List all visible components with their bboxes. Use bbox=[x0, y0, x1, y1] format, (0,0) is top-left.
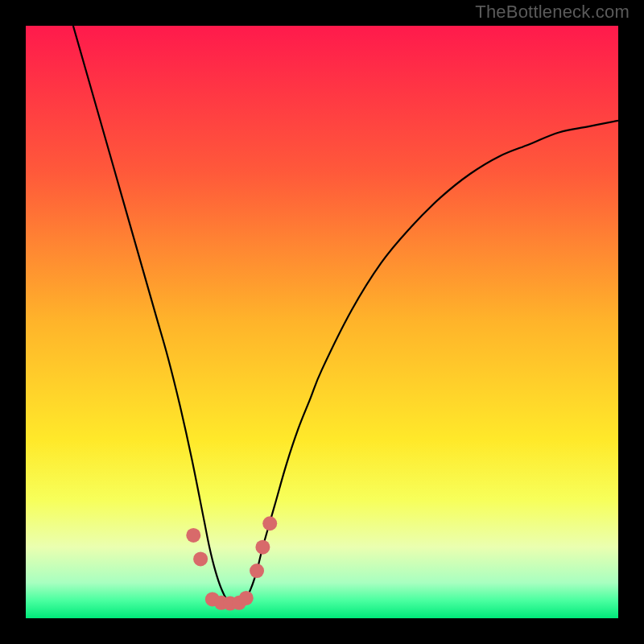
match-marker bbox=[193, 551, 208, 566]
watermark-text: TheBottleneck.com bbox=[475, 2, 630, 23]
chart-frame: TheBottleneck.com bbox=[0, 0, 644, 644]
match-marker bbox=[186, 528, 200, 543]
match-marker bbox=[255, 540, 270, 555]
gradient-background bbox=[26, 26, 618, 618]
match-marker bbox=[262, 516, 277, 530]
plot-area bbox=[26, 26, 618, 618]
match-marker bbox=[239, 591, 254, 605]
bottleneck-chart-svg bbox=[26, 26, 618, 618]
match-marker bbox=[250, 564, 264, 578]
